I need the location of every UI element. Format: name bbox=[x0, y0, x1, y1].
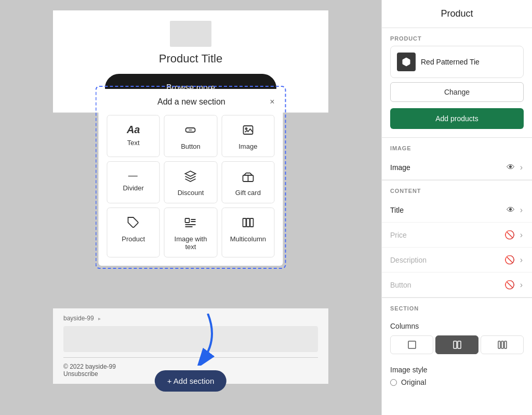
section-item-image-with-text[interactable]: Image with text bbox=[164, 208, 217, 257]
image-row-label: Image bbox=[390, 163, 410, 172]
price-visibility-toggle[interactable]: 🚫 bbox=[503, 229, 516, 241]
image-row-icons: 👁 › bbox=[506, 162, 524, 173]
image-chevron-right[interactable]: › bbox=[519, 162, 524, 173]
section-item-button[interactable]: Button bbox=[164, 115, 217, 157]
svg-rect-16 bbox=[454, 341, 457, 348]
content-row-label-price: Price bbox=[390, 231, 407, 239]
svg-point-3 bbox=[245, 128, 247, 129]
modal-dashed-border: Add a new section × Aa Text bbox=[96, 86, 286, 269]
image-style-original-label: Original bbox=[401, 378, 426, 386]
footer-handle: bayside-99 ▸ bbox=[63, 315, 318, 322]
divider-icon: — bbox=[128, 170, 139, 181]
column-option-2[interactable] bbox=[435, 335, 478, 354]
content-row-description[interactable]: Description 🚫 › bbox=[382, 248, 532, 273]
section-item-label-multicolumn: Multicolumn bbox=[230, 235, 266, 243]
modal-close-button[interactable]: × bbox=[265, 97, 274, 107]
content-row-price[interactable]: Price 🚫 › bbox=[382, 223, 532, 248]
content-row-label-description: Description bbox=[390, 256, 427, 264]
product-card: Red Patterned Tie bbox=[390, 46, 524, 78]
image-style-original-radio[interactable] bbox=[390, 379, 397, 386]
image-visibility-toggle[interactable]: 👁 bbox=[506, 162, 516, 173]
image-style-section: Image style Original bbox=[382, 360, 532, 392]
content-section-heading: CONTENT bbox=[382, 180, 532, 198]
section-item-label-discount: Discount bbox=[178, 189, 204, 197]
right-panel: Product PRODUCT Red Patterned Tie Change… bbox=[381, 0, 532, 415]
image-row[interactable]: Image 👁 › bbox=[382, 155, 532, 180]
column-option-1[interactable] bbox=[390, 335, 433, 354]
product-image-placeholder bbox=[170, 21, 211, 47]
content-row-title[interactable]: Title 👁 › bbox=[382, 198, 532, 223]
svg-rect-15 bbox=[408, 341, 416, 348]
section-item-product[interactable]: Product bbox=[107, 208, 160, 257]
add-section-button[interactable]: + Add section bbox=[155, 370, 227, 392]
svg-rect-19 bbox=[501, 341, 503, 348]
column-option-3[interactable] bbox=[481, 335, 524, 354]
add-products-button[interactable]: Add products bbox=[390, 108, 524, 129]
arrow-indicator bbox=[192, 314, 223, 366]
section-item-label-giftcard: Gift card bbox=[235, 189, 261, 197]
right-panel-title: Product bbox=[382, 0, 532, 28]
modal-title: Add a new section bbox=[117, 97, 266, 107]
change-button[interactable]: Change bbox=[390, 82, 524, 102]
section-grid: Aa Text Button bbox=[107, 115, 275, 257]
title-visibility-toggle[interactable]: 👁 bbox=[506, 204, 516, 216]
content-row-label-button: Button bbox=[390, 281, 411, 289]
footer-expand-icon: ▸ bbox=[98, 316, 101, 321]
image-icon bbox=[242, 124, 254, 139]
svg-rect-11 bbox=[243, 218, 246, 227]
price-row-icons: 🚫 › bbox=[503, 229, 524, 241]
section-item-giftcard[interactable]: Gift card bbox=[221, 161, 274, 203]
section-item-divider[interactable]: — Divider bbox=[107, 161, 160, 203]
content-row-label-title: Title bbox=[390, 206, 404, 214]
description-visibility-toggle[interactable]: 🚫 bbox=[503, 254, 516, 266]
product-icon bbox=[127, 216, 140, 232]
discount-icon bbox=[184, 170, 197, 186]
image-style-label: Image style bbox=[390, 366, 524, 374]
svg-rect-18 bbox=[498, 341, 500, 348]
button-visibility-toggle[interactable]: 🚫 bbox=[503, 279, 516, 291]
section-item-label-button: Button bbox=[181, 142, 201, 150]
modal-header: Add a new section × bbox=[107, 97, 275, 107]
title-row-icons: 👁 › bbox=[506, 204, 524, 216]
image-section-heading: IMAGE bbox=[382, 138, 532, 155]
multicolumn-icon bbox=[242, 216, 254, 232]
svg-rect-12 bbox=[246, 218, 249, 227]
section-item-label-image: Image bbox=[238, 142, 257, 150]
button-icon bbox=[184, 124, 197, 139]
columns-label: Columns bbox=[390, 322, 524, 330]
section-item-label-image-with-text: Image with text bbox=[169, 235, 212, 251]
giftcard-icon bbox=[242, 170, 254, 186]
text-icon: Aa bbox=[127, 124, 140, 136]
description-row-icons: 🚫 › bbox=[503, 254, 524, 266]
section-item-label-divider: Divider bbox=[123, 184, 143, 192]
left-panel: Product Title Browse more Add a new sect… bbox=[0, 0, 381, 415]
section-item-image[interactable]: Image bbox=[221, 115, 274, 157]
footer-divider bbox=[63, 357, 318, 358]
product-name: Red Patterned Tie bbox=[421, 58, 480, 66]
product-section-heading: PRODUCT bbox=[382, 28, 532, 46]
title-chevron-right[interactable]: › bbox=[519, 204, 524, 216]
footer-copyright: © 2022 bayside-99 bbox=[63, 363, 318, 370]
svg-rect-17 bbox=[458, 341, 461, 348]
svg-rect-13 bbox=[250, 218, 253, 227]
image-with-text-icon bbox=[184, 216, 197, 232]
section-item-multicolumn[interactable]: Multicolumn bbox=[221, 208, 274, 257]
svg-rect-6 bbox=[185, 218, 190, 223]
columns-section: Columns bbox=[382, 316, 532, 360]
button-chevron-right[interactable]: › bbox=[519, 279, 524, 291]
section-item-label-text: Text bbox=[127, 139, 140, 147]
content-row-button[interactable]: Button 🚫 › bbox=[382, 273, 532, 297]
modal-inner: Add a new section × Aa Text bbox=[99, 89, 283, 266]
product-title: Product Title bbox=[63, 52, 318, 66]
section-item-text[interactable]: Aa Text bbox=[107, 115, 160, 157]
button-row-icons: 🚫 › bbox=[503, 279, 524, 291]
price-chevron-right[interactable]: › bbox=[519, 229, 524, 241]
svg-rect-20 bbox=[504, 341, 507, 348]
description-chevron-right[interactable]: › bbox=[519, 254, 524, 266]
section-item-label-product: Product bbox=[122, 235, 145, 243]
section-item-discount[interactable]: Discount bbox=[164, 161, 217, 203]
product-thumbnail bbox=[397, 53, 416, 71]
section-section-heading: SECTION bbox=[382, 298, 532, 316]
image-style-original-row: Original bbox=[390, 378, 524, 386]
add-section-modal-wrapper: Add a new section × Aa Text bbox=[96, 86, 286, 269]
